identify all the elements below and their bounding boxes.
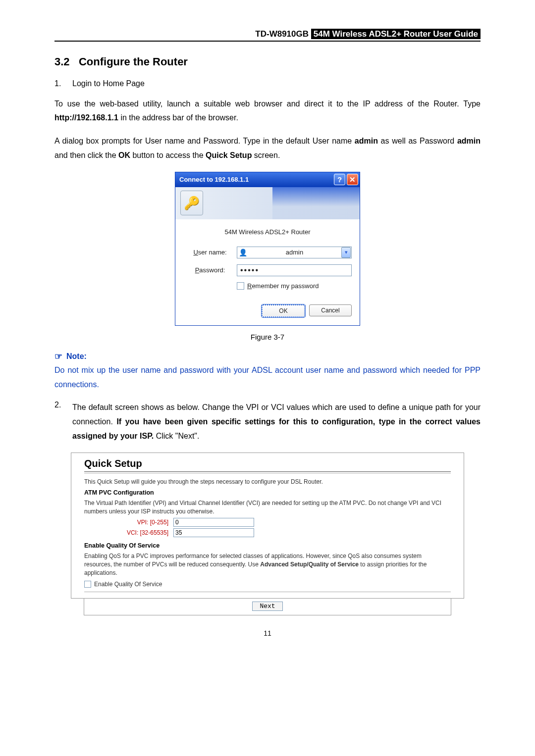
header-model: TD-W8910GB bbox=[255, 29, 309, 39]
cancel-button[interactable]: Cancel bbox=[309, 304, 352, 316]
keys-icon: 🔑 bbox=[180, 191, 203, 215]
vpi-label: VPI: [0-255] bbox=[84, 519, 173, 526]
paragraph-login-intro: To use the web-based utility, launch a s… bbox=[54, 97, 481, 126]
remember-checkbox[interactable]: Remember my password bbox=[237, 282, 352, 290]
quick-setup-panel: Quick Setup This Quick Setup will guide … bbox=[71, 453, 464, 599]
step-2: 2. The default screen shows as below. Ch… bbox=[54, 401, 481, 443]
close-icon[interactable]: ✕ bbox=[347, 174, 358, 185]
help-icon[interactable]: ? bbox=[334, 174, 345, 185]
vpi-input[interactable]: 0 bbox=[173, 518, 254, 527]
realm-label: 54M Wireless ADSL2+ Router bbox=[183, 228, 352, 236]
vci-input[interactable]: 35 bbox=[173, 528, 254, 537]
paragraph-credentials: A dialog box prompts for User name and P… bbox=[54, 134, 481, 163]
section-heading: 3.2 Configure the Router bbox=[54, 55, 481, 68]
qos-heading: Enable Quality Of Service bbox=[84, 542, 451, 549]
password-field[interactable]: ••••• bbox=[237, 264, 352, 276]
quick-setup-title: Quick Setup bbox=[84, 458, 451, 469]
quick-setup-intro: This Quick Setup will guide you through … bbox=[84, 478, 451, 485]
login-dialog: Connect to 192.168.1.1 ? ✕ 🔑 54M Wireles… bbox=[175, 172, 360, 326]
dialog-banner: 🔑 bbox=[175, 187, 360, 219]
vci-label: VCI: [32-65535] bbox=[84, 529, 173, 536]
chevron-down-icon[interactable]: ▾ bbox=[341, 247, 351, 258]
figure-caption: Figure 3-7 bbox=[54, 333, 481, 341]
page-number: 11 bbox=[54, 629, 481, 637]
user-icon: 👤 bbox=[237, 249, 248, 256]
qos-desc: Enabling QoS for a PVC improves performa… bbox=[84, 552, 451, 578]
atm-pvc-heading: ATM PVC Configuration bbox=[84, 489, 451, 496]
note-body: Do not mix up the user name and password… bbox=[54, 363, 481, 392]
dialog-titlebar: Connect to 192.168.1.1 ? ✕ bbox=[175, 172, 360, 187]
username-label: User name: bbox=[183, 249, 237, 256]
ok-button[interactable]: OK bbox=[262, 304, 305, 317]
qos-checkbox[interactable]: Enable Quality Of Service bbox=[84, 581, 451, 588]
page-header: TD-W8910GB 54M Wireless ADSL2+ Router Us… bbox=[54, 30, 481, 42]
note-heading: ☞ Note: bbox=[54, 351, 481, 362]
pointing-hand-icon: ☞ bbox=[54, 351, 62, 362]
atm-pvc-desc: The Virtual Path Identifier (VPI) and Vi… bbox=[84, 499, 451, 516]
next-button[interactable]: Next bbox=[252, 602, 282, 611]
username-field[interactable]: 👤 admin ▾ bbox=[237, 247, 352, 258]
step-1: 1. Login to Home Page bbox=[54, 79, 481, 88]
password-label: Password: bbox=[183, 266, 237, 274]
dialog-title: Connect to 192.168.1.1 bbox=[179, 176, 249, 183]
header-title: 54M Wireless ADSL2+ Router User Guide bbox=[311, 29, 481, 39]
